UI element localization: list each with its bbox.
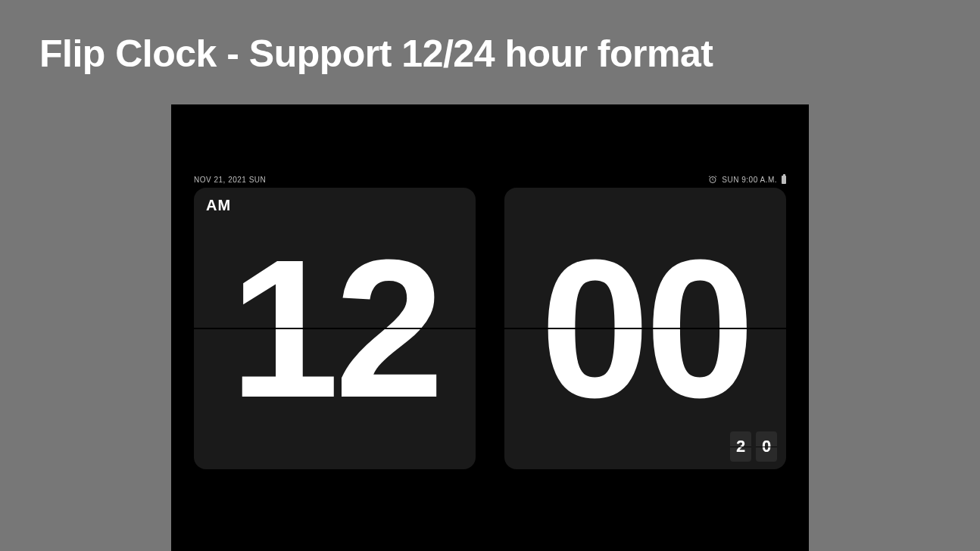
minutes-value: 00 xyxy=(540,230,750,427)
flip-cards: AM 12 00 2 0 xyxy=(194,188,786,469)
flip-clock-window: NOV 21, 2021 SUN SUN 9:00 A.M. AM 12 00 … xyxy=(171,104,809,551)
ampm-label: AM xyxy=(206,197,231,214)
battery-icon xyxy=(782,176,786,184)
alarm-group: SUN 9:00 A.M. xyxy=(708,175,786,184)
hours-value: 12 xyxy=(229,230,439,427)
hours-card[interactable]: AM 12 xyxy=(194,188,476,469)
status-bar: NOV 21, 2021 SUN SUN 9:00 A.M. xyxy=(194,173,786,186)
minutes-card[interactable]: 00 2 0 xyxy=(504,188,786,469)
seconds-ones: 0 xyxy=(756,431,777,462)
page-title: Flip Clock - Support 12/24 hour format xyxy=(0,0,980,76)
seconds-display: 2 0 xyxy=(730,431,777,462)
seconds-tens: 2 xyxy=(730,431,751,462)
alarm-label: SUN 9:00 A.M. xyxy=(722,176,777,184)
date-label: NOV 21, 2021 SUN xyxy=(194,176,266,184)
alarm-clock-icon xyxy=(708,175,717,184)
